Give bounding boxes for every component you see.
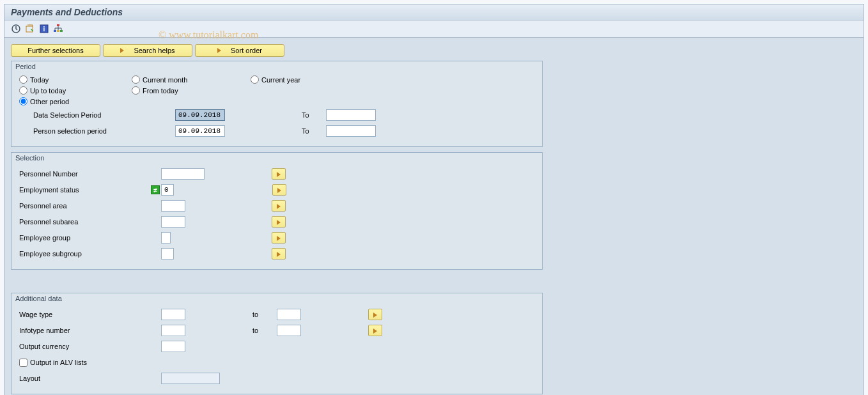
arrow-right-icon bbox=[277, 201, 281, 211]
arrow-right-icon bbox=[120, 47, 124, 54]
additional-data-group: Additional data Wage type to Infotype nu… bbox=[11, 293, 543, 394]
employment-status-multiple-button[interactable] bbox=[272, 184, 286, 196]
personnel-subarea-label: Personnel subarea bbox=[19, 218, 161, 226]
employment-status-label: Employment status bbox=[19, 186, 151, 194]
radio-from-today[interactable]: From today bbox=[132, 86, 178, 95]
radio-current-month-label: Current month bbox=[143, 76, 187, 84]
data-source-icon[interactable]: i bbox=[39, 24, 49, 34]
infotype-multiple-button[interactable] bbox=[368, 325, 382, 336]
radio-current-year[interactable]: Current year bbox=[251, 75, 300, 84]
svg-rect-5 bbox=[54, 30, 56, 32]
wage-type-to-input[interactable] bbox=[277, 309, 301, 320]
data-selection-from-input[interactable] bbox=[175, 109, 225, 121]
radio-other-period-label: Other period bbox=[30, 98, 69, 105]
personnel-subarea-input[interactable] bbox=[161, 216, 185, 228]
output-alv-checkbox[interactable] bbox=[19, 359, 27, 367]
to-label: To bbox=[302, 111, 326, 119]
arrow-right-icon bbox=[373, 326, 377, 336]
layout-input[interactable] bbox=[161, 373, 220, 384]
svg-rect-7 bbox=[60, 30, 63, 32]
sort-order-label: Sort order bbox=[231, 47, 262, 54]
wage-type-label: Wage type bbox=[19, 311, 161, 318]
further-selections-button[interactable]: Further selections bbox=[11, 44, 100, 57]
clock-execute-icon[interactable] bbox=[11, 24, 21, 34]
to-label: to bbox=[252, 311, 277, 318]
employee-subgroup-label: Employee subgroup bbox=[19, 250, 161, 258]
variant-icon[interactable] bbox=[25, 24, 35, 34]
infotype-number-label: Infotype number bbox=[19, 327, 161, 334]
period-group: Period Today Current month Current year … bbox=[11, 61, 543, 147]
personnel-number-label: Personnel Number bbox=[19, 170, 161, 178]
arrow-right-icon bbox=[277, 249, 281, 259]
selection-legend: Selection bbox=[12, 153, 542, 163]
arrow-right-icon bbox=[277, 185, 281, 195]
not-equal-icon[interactable]: ≠ bbox=[151, 185, 160, 194]
radio-up-to-today-label: Up to today bbox=[30, 87, 66, 95]
layout-label: Layout bbox=[19, 375, 161, 382]
radio-current-year-label: Current year bbox=[261, 76, 300, 84]
person-selection-from-input[interactable] bbox=[175, 125, 225, 137]
search-helps-label: Search helps bbox=[134, 47, 174, 54]
to-label: to bbox=[252, 327, 277, 334]
period-legend: Period bbox=[12, 61, 542, 72]
org-structure-icon[interactable] bbox=[53, 24, 63, 34]
icon-toolbar: i bbox=[4, 20, 864, 38]
selection-buttons-row: Further selections Search helps Sort ord… bbox=[11, 44, 857, 57]
personnel-number-input[interactable] bbox=[161, 168, 205, 180]
employee-subgroup-multiple-button[interactable] bbox=[272, 248, 286, 259]
search-helps-button[interactable]: Search helps bbox=[103, 44, 192, 57]
to-label: To bbox=[302, 127, 326, 135]
arrow-right-icon bbox=[277, 233, 281, 243]
employment-status-input[interactable] bbox=[161, 184, 174, 196]
radio-today-label: Today bbox=[30, 76, 49, 84]
personnel-area-multiple-button[interactable] bbox=[272, 200, 286, 212]
employee-group-label: Employee group bbox=[19, 234, 161, 242]
page-title: Payments and Deductions bbox=[4, 4, 864, 20]
arrow-right-icon bbox=[373, 310, 377, 320]
person-selection-period-label: Person selection period bbox=[33, 127, 175, 135]
radio-other-period[interactable]: Other period bbox=[19, 97, 69, 105]
output-currency-input[interactable] bbox=[161, 341, 185, 352]
employee-subgroup-input[interactable] bbox=[161, 248, 174, 259]
svg-text:i: i bbox=[43, 26, 45, 33]
personnel-area-input[interactable] bbox=[161, 200, 185, 212]
employee-group-multiple-button[interactable] bbox=[272, 232, 286, 244]
svg-rect-4 bbox=[57, 24, 59, 26]
svg-rect-6 bbox=[57, 30, 59, 32]
personnel-number-multiple-button[interactable] bbox=[272, 168, 286, 180]
arrow-right-icon bbox=[277, 217, 281, 227]
radio-today[interactable]: Today bbox=[19, 75, 132, 84]
data-selection-to-input[interactable] bbox=[326, 109, 376, 121]
output-alv-label: Output in ALV lists bbox=[30, 359, 87, 366]
infotype-to-input[interactable] bbox=[277, 325, 301, 336]
radio-up-to-today[interactable]: Up to today bbox=[19, 86, 132, 95]
wage-type-from-input[interactable] bbox=[161, 309, 185, 320]
person-selection-to-input[interactable] bbox=[326, 125, 376, 137]
data-selection-period-label: Data Selection Period bbox=[33, 111, 175, 119]
arrow-right-icon bbox=[277, 169, 281, 179]
personnel-area-label: Personnel area bbox=[19, 202, 161, 210]
employee-group-input[interactable] bbox=[161, 232, 171, 244]
personnel-subarea-multiple-button[interactable] bbox=[272, 216, 286, 228]
arrow-right-icon bbox=[217, 47, 221, 54]
radio-current-month[interactable]: Current month bbox=[132, 75, 251, 84]
radio-from-today-label: From today bbox=[143, 87, 178, 95]
infotype-from-input[interactable] bbox=[161, 325, 185, 336]
additional-data-legend: Additional data bbox=[12, 293, 542, 304]
output-currency-label: Output currency bbox=[19, 343, 161, 350]
selection-group: Selection Personnel Number Employment st… bbox=[11, 152, 543, 270]
sort-order-button[interactable]: Sort order bbox=[195, 44, 284, 57]
wage-type-multiple-button[interactable] bbox=[368, 309, 382, 320]
